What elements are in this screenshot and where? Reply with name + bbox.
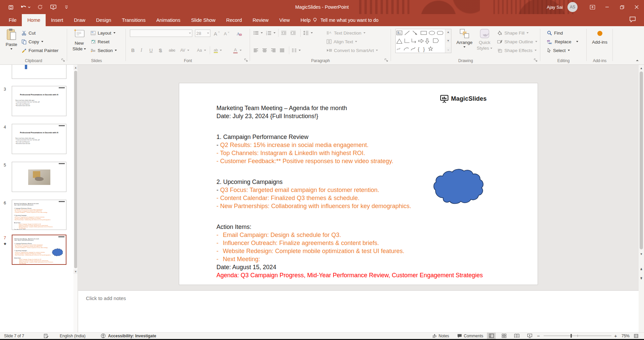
cloud-shape[interactable] (432, 166, 485, 207)
ribbon-tab[interactable]: View (274, 14, 295, 26)
ribbon-tab[interactable]: File (3, 14, 22, 26)
comments-bubble-icon[interactable] (629, 16, 636, 22)
strikethrough-button[interactable]: abc (169, 46, 175, 54)
increase-indent-button[interactable] (290, 29, 296, 37)
close-button[interactable] (629, 0, 644, 14)
shapes-gallery-more-icon[interactable]: ⌄ (446, 47, 450, 52)
select-dropdown-icon[interactable] (568, 50, 570, 51)
autosave-save-icon[interactable] (7, 3, 15, 11)
ribbon-tab[interactable]: Review (247, 14, 274, 26)
font-size-dropdown-icon[interactable] (207, 33, 209, 34)
zoom-level[interactable]: 75% (622, 333, 630, 339)
font-color-button[interactable]: A (233, 46, 242, 54)
notes-toggle[interactable]: Notes (432, 333, 449, 339)
account-avatar[interactable]: AS (567, 2, 578, 12)
justify-button[interactable] (280, 46, 285, 54)
drawing-dialog-launcher-icon[interactable] (534, 58, 538, 62)
decrease-font-size-button[interactable]: A˅ (224, 30, 229, 38)
start-slideshow-icon[interactable] (49, 3, 57, 11)
ribbon-tab[interactable]: Transitions (116, 14, 151, 26)
account-name[interactable]: Ajay Sai (547, 5, 563, 10)
redo-icon[interactable] (36, 3, 44, 11)
shape-fill-button[interactable]: Shape Fill (497, 29, 529, 37)
slideshow-view-button[interactable] (525, 333, 534, 339)
reading-view-button[interactable] (512, 333, 521, 339)
thumbnail-scroll-up-icon[interactable]: ▲ (73, 65, 78, 70)
layout-dropdown-icon[interactable] (113, 32, 115, 34)
arrange-button[interactable]: Arrange (455, 28, 474, 48)
align-left-button[interactable] (253, 46, 258, 54)
editor-scrollbar[interactable]: ▲ ▼ ▲▲ ▼▼ (639, 65, 644, 332)
format-painter-button[interactable]: Format Painter (21, 46, 58, 54)
collapse-ribbon-icon[interactable] (636, 60, 639, 61)
clear-formatting-button[interactable]: A (237, 30, 242, 38)
shapes-gallery[interactable]: A { (395, 29, 451, 53)
decrease-indent-button[interactable] (281, 29, 287, 37)
change-case-button[interactable]: Aa (197, 46, 206, 54)
editor-scrollbar-thumb[interactable] (640, 71, 643, 249)
font-name-dropdown-icon[interactable] (189, 33, 191, 34)
comments-toggle[interactable]: Comments (457, 333, 483, 339)
ribbon-display-options-icon[interactable] (585, 0, 600, 14)
ribbon-tab[interactable]: Design (91, 14, 116, 26)
convert-smartart-button[interactable]: Convert to SmartArt (327, 46, 378, 54)
shapes-scroll-down-icon[interactable]: ▼ (446, 39, 450, 43)
thumbnail-scrollbar-thumb[interactable] (74, 71, 77, 268)
ribbon-tab[interactable]: Record (221, 14, 247, 26)
underline-button[interactable]: U (149, 46, 153, 54)
scroll-up-icon[interactable]: ▲ (639, 65, 644, 71)
fit-slide-to-window-button[interactable] (634, 333, 639, 339)
thumbnail-slide-6[interactable]: Marketing Team Meeting – Agenda for the … (12, 200, 66, 230)
bullets-button[interactable] (253, 29, 263, 37)
ribbon-tab[interactable]: Animations (151, 14, 186, 26)
numbering-button[interactable]: 123 (266, 29, 276, 37)
quick-styles-button[interactable]: Quick Styles (475, 28, 494, 51)
text-shadow-button[interactable]: S (159, 46, 162, 54)
zoom-in-button[interactable]: + (614, 333, 617, 339)
align-right-button[interactable] (271, 46, 276, 54)
normal-view-button[interactable] (487, 333, 496, 339)
replace-button[interactable]: abac Replace (547, 38, 578, 46)
thumbnail-slide-7-selected[interactable]: Marketing Team Meeting – Agenda for the … (12, 235, 66, 265)
italic-button[interactable]: I (141, 46, 142, 54)
paste-button[interactable]: Paste (3, 28, 20, 50)
thumbnail-scrollbar[interactable]: ▲ ▼ (73, 65, 78, 332)
scroll-down-icon[interactable]: ▼ (639, 251, 644, 257)
ribbon-tab[interactable]: Home (22, 14, 46, 26)
line-spacing-dropdown-icon[interactable] (311, 32, 313, 34)
paragraph-dialog-launcher-icon[interactable] (384, 58, 389, 62)
clipboard-dialog-launcher-icon[interactable] (61, 58, 65, 62)
undo-icon[interactable] (20, 3, 31, 11)
reset-button[interactable]: Reset (91, 38, 109, 46)
previous-slide-button[interactable]: ▲▲ (639, 265, 644, 273)
thumbnail-scroll-down-icon[interactable]: ▼ (73, 270, 78, 274)
columns-dropdown-icon[interactable] (299, 50, 301, 51)
text-direction-button[interactable]: A Text Direction (327, 29, 365, 37)
replace-dropdown-icon[interactable] (576, 41, 578, 42)
addins-button[interactable]: Add-ins (591, 28, 609, 45)
ribbon-tab[interactable]: Draw (68, 14, 91, 26)
slide-indicator[interactable]: Slide 7 of 7 (4, 333, 24, 339)
character-spacing-button[interactable]: AV (180, 46, 189, 54)
find-button[interactable]: Find (547, 29, 563, 37)
new-slide-dropdown-icon[interactable] (84, 48, 86, 50)
numbering-dropdown-icon[interactable] (274, 32, 276, 34)
notes-pane[interactable]: Click to add notes (78, 291, 639, 332)
copy-dropdown-icon[interactable] (41, 41, 43, 42)
thumbnail-slide-4[interactable]: Professional Presentations in Seconds wi… (12, 124, 66, 154)
notes-placeholder[interactable]: Click to add notes (86, 295, 126, 301)
restore-button[interactable] (614, 0, 629, 14)
ribbon-tab[interactable]: Insert (46, 14, 68, 26)
section-dropdown-icon[interactable] (115, 50, 117, 51)
accessibility-status[interactable]: Accessibility: Investigate (108, 333, 156, 339)
cut-button[interactable]: Cut (21, 29, 36, 37)
shape-outline-button[interactable]: Shape Outline (497, 38, 537, 46)
new-slide-button[interactable]: New Slide (70, 28, 89, 52)
ribbon-tab[interactable]: Slide Show (186, 14, 221, 26)
paste-dropdown-icon[interactable] (10, 48, 12, 50)
minimize-button[interactable] (600, 0, 614, 14)
bold-button[interactable]: B (131, 46, 135, 54)
language-indicator[interactable]: English (India) (60, 333, 86, 339)
font-dialog-launcher-icon[interactable] (244, 58, 248, 62)
select-button[interactable]: Select (547, 46, 570, 54)
